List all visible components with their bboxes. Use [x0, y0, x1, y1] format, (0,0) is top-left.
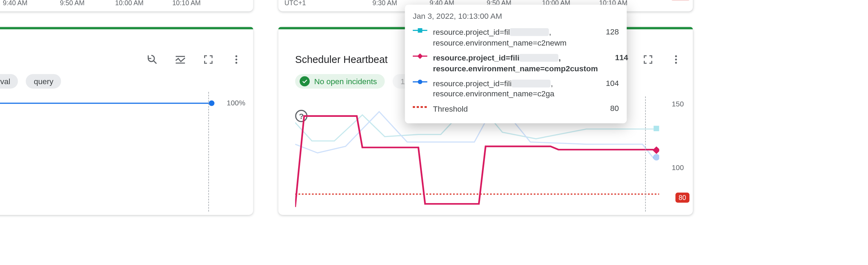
status-chip-text: No open incidents — [314, 77, 377, 86]
svg-marker-22 — [417, 53, 423, 59]
xtick: 9:40 AM — [0, 0, 32, 7]
tooltip-symbol-blue-dot — [413, 78, 427, 85]
svg-point-24 — [418, 79, 423, 84]
card-web-server-health: Web Server Health — [0, 27, 253, 215]
chart-area[interactable] — [0, 94, 219, 207]
reset-zoom-icon[interactable] — [144, 50, 161, 68]
threshold-badge: 95% — [671, 0, 691, 0]
tooltip-value: 80 — [594, 104, 619, 113]
tooltip-label-pre: resource.project_id=fili — [433, 53, 519, 62]
svg-point-8 — [209, 101, 214, 106]
now-line — [645, 96, 646, 211]
ytick: 150 — [672, 100, 684, 108]
fullscreen-icon[interactable] — [639, 50, 657, 68]
fullscreen-icon[interactable] — [199, 50, 217, 68]
chip-query[interactable]: query — [26, 74, 61, 89]
xtick: 9:30 AM — [368, 0, 401, 7]
tooltip-value: 128 — [594, 27, 619, 36]
svg-point-14 — [675, 62, 677, 64]
tooltip-row: Threshold 80 — [413, 102, 619, 117]
svg-point-13 — [675, 58, 677, 60]
tooltip-label: resource.project_id=fili, resource.envir… — [433, 53, 598, 74]
chart-tooltip: Jan 3, 2022, 10:13:00 AM resource.projec… — [405, 5, 627, 123]
chip-interval[interactable]: 5 min interval — [0, 74, 18, 89]
svg-rect-16 — [653, 126, 659, 131]
redacted-text — [519, 54, 559, 62]
xtick: 9:50 AM — [55, 0, 89, 7]
card-status-bar — [0, 27, 253, 29]
x-axis: UTC+1 9:30 AM 9:40 AM 9:50 AM 10:00 AM 1… — [0, 0, 219, 9]
svg-rect-20 — [418, 28, 423, 33]
svg-marker-18 — [652, 146, 659, 154]
svg-point-6 — [235, 62, 237, 64]
threshold-badge: 80 — [675, 193, 690, 203]
xtick: 10:00 AM — [113, 0, 146, 7]
tooltip-timestamp: Jan 3, 2022, 10:13:00 AM — [413, 11, 619, 21]
more-icon[interactable] — [667, 50, 685, 68]
svg-line-1 — [153, 61, 156, 64]
card-title: Scheduler Heartbeat — [295, 54, 387, 65]
svg-point-17 — [653, 154, 659, 161]
tooltip-value: 114 — [604, 53, 628, 62]
check-icon — [300, 76, 310, 86]
tz-label: UTC+1 — [278, 0, 312, 7]
more-icon[interactable] — [227, 50, 245, 68]
redacted-text — [510, 28, 549, 36]
ytick: 100 — [672, 163, 684, 172]
chart-card-top-left: 0.9 0.85 UTC+1 9:30 AM 9:40 AM 9:50 AM 1… — [0, 0, 253, 11]
tooltip-label: resource.project_id=fil, resource.enviro… — [433, 27, 589, 48]
xtick: 10:10 AM — [170, 0, 203, 7]
tooltip-label: Threshold — [433, 104, 589, 114]
tooltip-symbol-red-dash — [413, 104, 427, 111]
tooltip-label-pre: resource.project_id=fil — [433, 27, 510, 37]
y-label-100: 100% — [227, 99, 245, 107]
redacted-text — [512, 79, 551, 87]
svg-point-12 — [675, 55, 677, 57]
tooltip-symbol-pink-diamond — [413, 53, 427, 59]
legend-toggle-icon[interactable] — [171, 50, 189, 68]
tooltip-label-pre: resource.project_id=fili — [433, 79, 512, 88]
tooltip-row-active: resource.project_id=fili, resource.envir… — [413, 50, 619, 76]
tooltip-label: resource.project_id=fili, resource.envir… — [433, 78, 589, 99]
tooltip-value: 104 — [594, 78, 619, 87]
chart-svg — [0, 94, 219, 207]
svg-point-5 — [235, 58, 237, 60]
tooltip-symbol-teal-square — [413, 27, 427, 34]
status-chip-ok[interactable]: No open incidents — [295, 74, 385, 89]
tooltip-row: resource.project_id=fil, resource.enviro… — [413, 25, 619, 50]
threshold-badge-text: 80 — [679, 194, 686, 202]
now-line — [208, 92, 209, 211]
tooltip-row: resource.project_id=fili, resource.envir… — [413, 76, 619, 102]
svg-point-4 — [235, 55, 237, 57]
